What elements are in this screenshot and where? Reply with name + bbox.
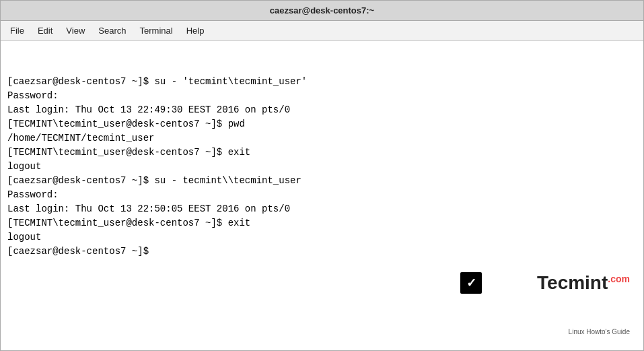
menu-file[interactable]: File	[5, 24, 30, 37]
brand-suffix: .com	[608, 274, 630, 284]
terminal-line: [TECMINT\tecmint_user@desk-centos7 ~]$ p…	[7, 117, 637, 131]
watermark-logo: ✓ Tecmint.com	[460, 241, 630, 325]
menu-bar: File Edit View Search Terminal Help	[1, 21, 643, 41]
terminal-window: caezsar@desk-centos7:~ File Edit View Se…	[0, 0, 644, 351]
menu-view[interactable]: View	[61, 24, 90, 37]
terminal-line: [caezsar@desk-centos7 ~]$ su - tecmint\\…	[7, 174, 637, 188]
terminal-line: [caezsar@desk-centos7 ~]$ su - 'tecmint\…	[7, 75, 637, 89]
terminal-line: Password:	[7, 188, 637, 202]
terminal-line: /home/TECMINT/tecmint_user	[7, 131, 637, 146]
brand-name: Tecmint.com	[485, 241, 630, 325]
title-bar: caezsar@desk-centos7:~	[1, 1, 643, 21]
terminal-line: [TECMINT\tecmint_user@desk-centos7 ~]$ e…	[7, 146, 637, 160]
terminal-body[interactable]: [caezsar@desk-centos7 ~]$ su - 'tecmint\…	[1, 41, 643, 350]
terminal-line: logout	[7, 160, 637, 174]
menu-terminal[interactable]: Terminal	[135, 24, 178, 37]
watermark: ✓ Tecmint.com Linux Howto's Guide	[460, 241, 630, 337]
terminal-line: Password:	[7, 89, 637, 103]
tecmint-icon: ✓	[460, 272, 482, 294]
terminal-line: Last login: Thu Oct 13 22:50:05 EEST 201…	[7, 202, 637, 216]
terminal-line: Last login: Thu Oct 13 22:49:30 EEST 201…	[7, 103, 637, 117]
menu-search[interactable]: Search	[93, 24, 131, 37]
brand-tagline: Linux Howto's Guide	[569, 327, 630, 337]
menu-edit[interactable]: Edit	[32, 24, 58, 37]
terminal-content: [caezsar@desk-centos7 ~]$ su - 'tecmint\…	[7, 75, 637, 259]
terminal-line: [TECMINT\tecmint_user@desk-centos7 ~]$ e…	[7, 216, 637, 230]
title-bar-text: caezsar@desk-centos7:~	[270, 5, 374, 15]
menu-help[interactable]: Help	[181, 24, 210, 37]
